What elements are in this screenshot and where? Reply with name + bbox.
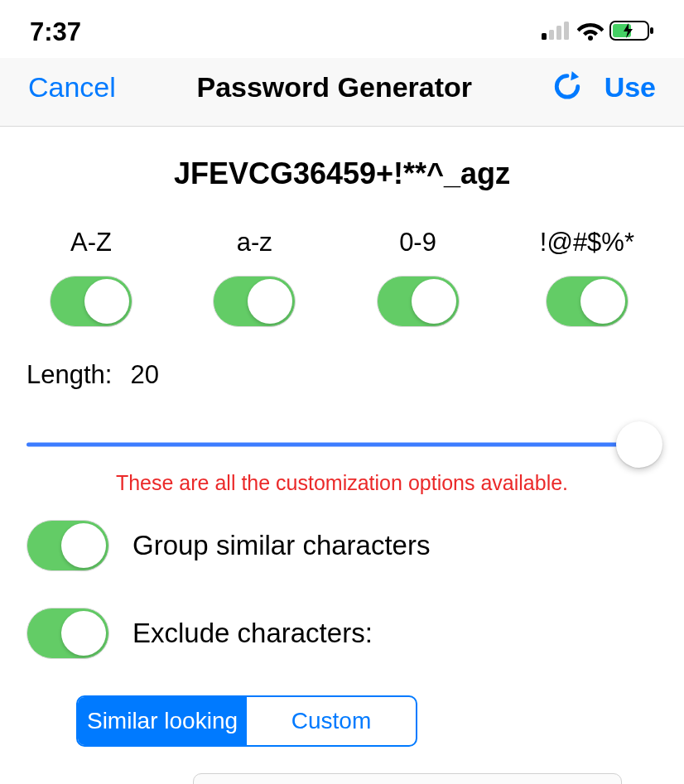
group-similar-label: Group similar characters [132,530,430,561]
page-title: Password Generator [196,71,472,103]
length-value: 20 [130,360,158,390]
charset-digits-label: 0-9 [399,228,436,257]
exclude-characters-label: Exclude characters: [132,618,373,649]
length-slider[interactable] [26,420,658,469]
battery-icon [609,21,654,44]
signal-icon [542,22,571,43]
charset-symbols-label: !@#$%* [540,228,634,257]
length-label: Length: [26,360,112,390]
status-bar: 7:37 [0,0,684,58]
exclude-mode-segmented[interactable]: Similar looking Custom [76,695,417,747]
charset-upper: A-Z [50,228,132,327]
svg-rect-2 [556,26,561,40]
charset-upper-toggle[interactable] [50,276,132,327]
charset-lower: a-z [213,228,296,327]
slider-knob[interactable] [616,421,662,468]
status-time: 7:37 [30,17,81,47]
svg-rect-1 [549,30,554,40]
charset-upper-label: A-Z [70,228,112,257]
charset-symbols-toggle[interactable] [546,276,629,327]
group-similar-toggle[interactable] [26,520,109,571]
wifi-icon [576,21,605,44]
charset-lower-label: a-z [237,228,272,257]
charset-digits: 0-9 [377,228,460,327]
charset-lower-toggle[interactable] [213,276,296,327]
refresh-button[interactable] [553,70,581,104]
svg-rect-3 [564,22,569,40]
charset-symbols: !@#$%* [540,228,634,327]
svg-rect-7 [650,27,653,34]
segment-similar-looking[interactable]: Similar looking [78,697,247,745]
custom-exclude-input[interactable] [193,773,622,784]
svg-point-4 [588,36,593,41]
segment-custom[interactable]: Custom [247,697,416,745]
charset-digits-toggle[interactable] [377,276,460,327]
cancel-button[interactable]: Cancel [28,71,116,103]
generated-password: JFEVCG36459+!**^_agz [26,156,658,191]
exclude-characters-toggle[interactable] [26,608,109,659]
nav-bar: Cancel Password Generator Use [0,58,684,127]
annotation-text: These are all the customization options … [26,471,658,495]
use-button[interactable]: Use [605,71,656,103]
status-icons [542,21,654,44]
svg-rect-0 [542,33,547,40]
